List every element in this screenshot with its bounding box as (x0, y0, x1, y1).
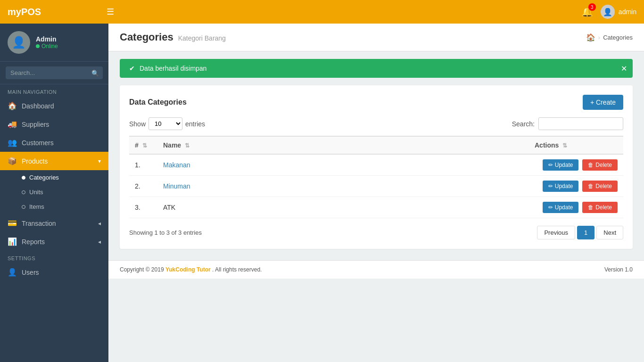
transaction-arrow-icon: ◂ (98, 220, 101, 227)
alert-success: ✔ Data berhasil disimpan ✕ (120, 59, 633, 78)
row2-name: Minuman (157, 176, 529, 197)
row1-actions: ✏ Update 🗑 Delete (529, 154, 623, 176)
row1-num: 1. (129, 154, 157, 176)
table-row: 1. Makanan ✏ Update 🗑 Delete (129, 154, 623, 176)
sidebar-search-input[interactable] (6, 66, 103, 79)
pencil-icon: ✏ (548, 162, 553, 168)
content-box: Data Categories + Create Show 10 25 50 1… (120, 85, 633, 249)
table-search-area: Search: (512, 117, 623, 130)
brand-logo: myPOS (8, 7, 107, 17)
entries-label: entries (185, 120, 205, 128)
pagination-previous-button[interactable]: Previous (537, 226, 575, 239)
row1-name-link[interactable]: Makanan (163, 161, 190, 169)
nav-section-main-label: MAIN NAVIGATION (0, 84, 108, 97)
customers-icon: 👥 (8, 138, 17, 147)
sidebar-item-users[interactable]: 👤 Users (0, 263, 108, 281)
dashboard-icon: 🏠 (8, 101, 17, 110)
avatar: 👤 (8, 31, 30, 54)
sidebar-item-transaction-label: Transaction (22, 220, 56, 227)
notification-icon[interactable]: 🔔 3 (581, 6, 593, 17)
breadcrumb: 🏠 › Categories (586, 33, 633, 42)
footer-copyright: Copyright © 2019 YukCoding Tutor . All r… (120, 266, 262, 273)
row2-num: 2. (129, 176, 157, 197)
suppliers-icon: 🚚 (8, 120, 17, 129)
search-wrapper: 🔍 (6, 66, 103, 79)
footer-brand-link[interactable]: YukCoding Tutor (165, 266, 211, 273)
pencil-icon: ✏ (548, 204, 553, 211)
row1-name: Makanan (157, 154, 529, 176)
row3-actions: ✏ Update 🗑 Delete (529, 197, 623, 218)
content-box-header: Data Categories + Create (129, 95, 623, 110)
user-avatar: 👤 (601, 5, 615, 19)
sidebar-item-transaction[interactable]: 💳 Transaction ◂ (0, 214, 108, 232)
sidebar-item-products-label: Products (22, 157, 48, 165)
pagination: Previous 1 Next (537, 226, 623, 239)
trash-icon: 🗑 (588, 204, 594, 211)
items-sub-dot (22, 205, 25, 209)
alert-message: Data berhasil disimpan (140, 65, 206, 72)
breadcrumb-current: Categories (603, 34, 633, 41)
search-icon: 🔍 (91, 69, 99, 76)
user-menu[interactable]: 👤 admin (601, 5, 636, 19)
row1-delete-button[interactable]: 🗑 Delete (582, 159, 618, 171)
row2-actions: ✏ Update 🗑 Delete (529, 176, 623, 197)
show-entries-area: Show 10 25 50 100 entries (129, 117, 205, 130)
row2-update-button[interactable]: ✏ Update (543, 181, 579, 192)
row1-update-button[interactable]: ✏ Update (543, 159, 579, 171)
reports-arrow-icon: ◂ (98, 239, 101, 245)
transaction-icon: 💳 (8, 219, 17, 228)
sidebar-subitem-items[interactable]: Items (0, 199, 108, 214)
pagination-page-1-button[interactable]: 1 (577, 226, 594, 239)
sort-icon-name: ⇅ (185, 142, 190, 149)
page-title-area: Categories Kategori Barang (120, 31, 226, 43)
alert-check-icon: ✔ (129, 65, 135, 72)
categories-sub-dot (22, 176, 25, 180)
table-row: 2. Minuman ✏ Update 🗑 Delete (129, 176, 623, 197)
hamburger-button[interactable]: ☰ (107, 7, 581, 17)
pagination-next-button[interactable]: Next (596, 226, 623, 239)
sidebar-item-reports[interactable]: 📊 Reports ◂ (0, 232, 108, 251)
show-label: Show (129, 120, 146, 128)
sidebar-subitem-categories-label: Categories (29, 174, 59, 181)
table-row: 3. ATK ✏ Update 🗑 Delete (129, 197, 623, 218)
trash-icon: 🗑 (588, 162, 594, 168)
top-header: myPOS ☰ 🔔 3 👤 admin (0, 0, 644, 24)
table-controls: Show 10 25 50 100 entries Search: (129, 117, 623, 130)
profile-info: Admin Online (36, 35, 58, 49)
row3-update-button[interactable]: ✏ Update (543, 202, 579, 213)
sidebar-item-dashboard[interactable]: 🏠 Dashboard (0, 97, 108, 115)
footer-version: Version 1.0 (604, 266, 633, 273)
header-right: 🔔 3 👤 admin (581, 5, 636, 19)
sidebar-subitem-units[interactable]: Units (0, 185, 108, 199)
data-table: # ⇅ Name ⇅ Actions ⇅ 1. (129, 136, 623, 218)
sidebar-subitem-categories[interactable]: Categories (0, 170, 108, 185)
sidebar-item-products[interactable]: 📦 Products ▾ (0, 152, 108, 170)
sidebar-item-customers-label: Customers (22, 139, 54, 147)
status-dot (36, 44, 40, 48)
alert-close-button[interactable]: ✕ (621, 64, 627, 73)
content-box-title: Data Categories (129, 98, 187, 107)
row3-name: ATK (157, 197, 529, 218)
profile-status: Online (36, 43, 58, 49)
create-button[interactable]: + Create (583, 95, 623, 110)
sidebar-profile: 👤 Admin Online (0, 24, 108, 62)
table-search-input[interactable] (538, 117, 623, 130)
row2-delete-button[interactable]: 🗑 Delete (582, 181, 618, 192)
sidebar-item-suppliers-label: Suppliers (22, 121, 49, 128)
pencil-icon: ✏ (548, 183, 553, 189)
table-footer: Showing 1 to 3 of 3 entries Previous 1 N… (129, 226, 623, 239)
row3-delete-button[interactable]: 🗑 Delete (582, 202, 618, 213)
sidebar-item-suppliers[interactable]: 🚚 Suppliers (0, 115, 108, 133)
units-sub-dot (22, 190, 25, 194)
sidebar: 👤 Admin Online 🔍 MAIN NAVIGATION 🏠 Dashb… (0, 24, 108, 362)
row2-name-link[interactable]: Minuman (163, 182, 190, 190)
entries-select[interactable]: 10 25 50 100 (149, 117, 182, 130)
sort-icon-num: ⇅ (142, 142, 147, 149)
sidebar-search-area: 🔍 (0, 62, 108, 84)
sidebar-subitem-units-label: Units (29, 189, 43, 196)
page-subtitle: Kategori Barang (178, 34, 226, 42)
sidebar-item-customers[interactable]: 👥 Customers (0, 133, 108, 152)
main-footer: Copyright © 2019 YukCoding Tutor . All r… (108, 260, 644, 279)
table-header-row: # ⇅ Name ⇅ Actions ⇅ (129, 136, 623, 154)
sidebar-item-dashboard-label: Dashboard (22, 102, 54, 110)
